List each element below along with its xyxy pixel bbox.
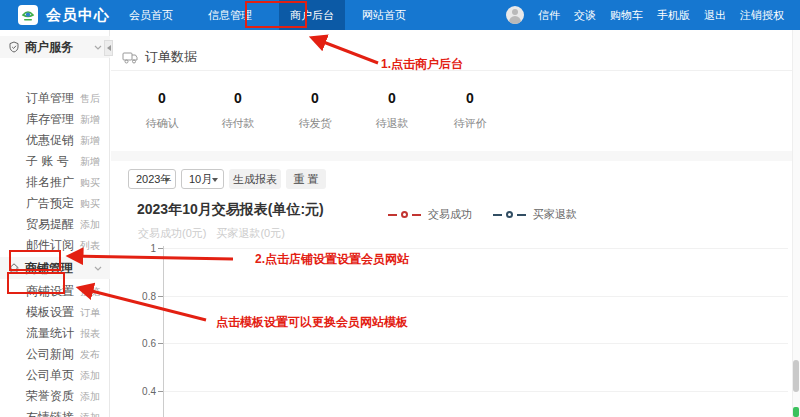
item-action-link[interactable]: 售后 [80, 88, 100, 109]
annotation-step2-text: 2.点击店铺设置设置会员网站 [255, 251, 409, 268]
annotation-box-merchant-backend [245, 1, 307, 28]
chevron-down-icon [164, 178, 170, 182]
stat-pending-review: 0 待评价 [434, 90, 506, 131]
order-data-header: 订单数据 [122, 48, 197, 66]
link-chat[interactable]: 交谈 [574, 8, 596, 23]
item-action-link[interactable]: 添加 [80, 407, 100, 417]
gridline [164, 248, 788, 249]
item-action-link[interactable]: 添加 [80, 386, 100, 407]
sidebar: 商户服务 订单管理 售后 库存管理 新增 优惠促销 新增 子 账 号 新增 排名… [0, 30, 110, 417]
item-action-link[interactable]: 新增 [80, 109, 100, 130]
annotation-step1-text: 1.点击商户后台 [381, 56, 463, 73]
sidebar-section-merchant-services[interactable]: 商户服务 [0, 36, 110, 58]
sidebar-item-traffic-stats[interactable]: 流量统计 报表 [0, 323, 110, 344]
nav-item-site-home[interactable]: 网站首页 [351, 0, 417, 30]
gridline [164, 343, 788, 344]
annotation-box-template-settings [7, 272, 65, 294]
sidebar-item-friend-links[interactable]: 友情链接 添加 [0, 407, 110, 417]
item-action-link[interactable]: 新增 [80, 130, 100, 151]
chevron-down-icon [212, 178, 218, 182]
truck-icon [122, 51, 138, 64]
section-title: 商户服务 [25, 39, 89, 56]
item-action-link[interactable]: 新增 [80, 151, 100, 172]
stat-pending-confirm: 0 待确认 [126, 90, 198, 131]
logo-icon [21, 8, 35, 22]
legend-marker-icon [401, 211, 408, 218]
chevron-down-icon [94, 266, 102, 271]
link-deauthorize[interactable]: 注销授权 [740, 8, 784, 23]
scrollbar-track[interactable] [792, 30, 800, 417]
reset-button[interactable]: 重 置 [286, 169, 326, 189]
sidebar-item-ranking-promotion[interactable]: 排名推广 购买 [0, 172, 110, 193]
logo[interactable] [18, 5, 38, 25]
legend-transaction-success[interactable]: 交易成功 [388, 207, 472, 222]
shield-icon [8, 41, 20, 53]
topbar: 会员中心 会员首页 信息管理 商户后台 网站首页 信件 交谈 购物车 手机版 退… [0, 0, 800, 30]
legend-marker-icon [506, 211, 513, 218]
item-action-link[interactable]: 列表 [80, 235, 100, 256]
sidebar-item-template-settings[interactable]: 模板设置 订单 [0, 302, 110, 323]
gridline [164, 296, 788, 297]
link-logout[interactable]: 退出 [704, 8, 726, 23]
section-gap [111, 151, 792, 161]
y-tick-label: 0.4 [120, 386, 156, 397]
sidebar-item-order-management[interactable]: 订单管理 售后 [0, 88, 110, 109]
sidebar-item-inventory[interactable]: 库存管理 新增 [0, 109, 110, 130]
sidebar-item-honors[interactable]: 荣誉资质 添加 [0, 386, 110, 407]
sidebar-item-company-news[interactable]: 公司新闻 发布 [0, 344, 110, 365]
sidebar-item-company-page[interactable]: 公司单页 添加 [0, 365, 110, 386]
gridline [164, 391, 788, 392]
link-mobile-version[interactable]: 手机版 [657, 8, 690, 23]
y-tick-label: 0.8 [120, 291, 156, 302]
item-action-link[interactable]: 报表 [80, 323, 100, 344]
sidebar-item-promotions[interactable]: 优惠促销 新增 [0, 130, 110, 151]
page-title: 会员中心 [46, 6, 110, 25]
generate-report-button[interactable]: 生成报表 [229, 169, 281, 189]
annotation-box-shop-settings [9, 250, 61, 271]
link-messages[interactable]: 信件 [538, 8, 560, 23]
item-action-link[interactable]: 订单 [80, 302, 100, 323]
chat-widget-edge[interactable] [793, 407, 799, 417]
panel-title: 订单数据 [145, 48, 197, 66]
annotation-step3-text: 点击模板设置可以更换会员网站模板 [216, 314, 408, 331]
y-tick-label: 0.6 [120, 338, 156, 349]
sidebar-item-sub-accounts[interactable]: 子 账 号 新增 [0, 151, 110, 172]
item-action-link[interactable]: 发布 [80, 344, 100, 365]
annotation-arrow-step1 [313, 38, 378, 63]
stat-pending-refund: 0 待退款 [356, 90, 428, 131]
stat-pending-shipment: 0 待发货 [279, 90, 351, 131]
legend-buyer-refund[interactable]: 买家退款 [493, 207, 577, 222]
item-action-link[interactable]: 添加 [80, 214, 100, 235]
year-select[interactable]: 2023年 [128, 169, 176, 189]
item-action-link[interactable]: 购买 [80, 172, 100, 193]
chevron-left-icon [107, 45, 111, 51]
scrollbar-thumb[interactable] [793, 360, 799, 392]
sidebar-item-ad-booking[interactable]: 广告预定 购买 [0, 193, 110, 214]
item-action-link[interactable]: 添加 [80, 365, 100, 386]
chart-title: 2023年10月交易报表(单位:元) [137, 201, 324, 219]
nav-item-member-home[interactable]: 会员首页 [118, 0, 184, 30]
page: 会员中心 会员首页 信息管理 商户后台 网站首页 信件 交谈 购物车 手机版 退… [0, 0, 800, 417]
chart-subtitle: 交易成功(0元) 买家退款(0元) [138, 226, 285, 241]
chevron-down-icon [94, 45, 102, 50]
topbar-user-area: 信件 交谈 购物车 手机版 退出 注销授权 [506, 0, 784, 30]
sidebar-collapse-handle[interactable] [104, 40, 113, 56]
item-action-link[interactable]: 预览 [80, 281, 100, 302]
stat-pending-payment: 0 待付款 [202, 90, 274, 131]
item-action-link[interactable]: 购买 [80, 193, 100, 214]
sidebar-item-trade-alerts[interactable]: 贸易提醒 添加 [0, 214, 110, 235]
month-select[interactable]: 10月 [181, 169, 224, 189]
avatar[interactable] [506, 6, 524, 24]
avatar-person-icon [512, 9, 518, 15]
y-tick-label: 1 [120, 243, 156, 254]
link-cart[interactable]: 购物车 [610, 8, 643, 23]
